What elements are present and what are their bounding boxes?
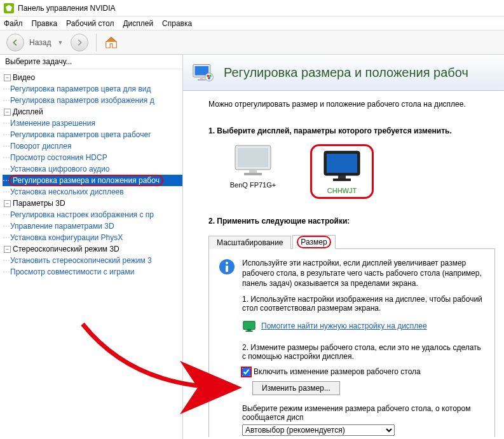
tabstrip: Масштабирование Размер xyxy=(208,234,495,249)
svg-rect-11 xyxy=(244,173,262,175)
menu-help[interactable]: Справка xyxy=(162,19,192,28)
svg-point-17 xyxy=(226,262,228,264)
substep2: 2. Измените размеры рабочего стола, если… xyxy=(242,343,486,361)
tree-item[interactable]: Установить стереоскопический режим 3 xyxy=(10,256,152,265)
display-option-selected[interactable]: CHHWJT xyxy=(310,144,374,199)
menu-file[interactable]: Файл xyxy=(4,19,23,28)
svg-rect-13 xyxy=(327,154,357,173)
svg-point-5 xyxy=(207,74,209,77)
intro-text: Можно отрегулировать размер и положение … xyxy=(208,100,495,109)
display-settings-icon xyxy=(242,319,256,333)
tree-item[interactable]: Просмотр совместимости с играми xyxy=(10,267,134,276)
tree-item[interactable]: Регулировка параметров цвета для вид xyxy=(10,84,151,93)
tree-group-stereo[interactable]: − Стереоскопический режим 3D xyxy=(3,243,182,255)
svg-rect-9 xyxy=(238,148,268,167)
tab-size[interactable]: Размер xyxy=(292,235,335,249)
help-link[interactable]: Помогите найти нужную настройку на диспл… xyxy=(261,321,427,330)
mode-label: Выберите режим изменения размера рабочег… xyxy=(242,404,486,422)
menu-edit[interactable]: Правка xyxy=(32,19,58,28)
collapse-icon[interactable]: − xyxy=(4,74,11,81)
home-icon[interactable] xyxy=(104,36,118,50)
display-option[interactable]: BenQ FP71G+ xyxy=(221,144,285,199)
menu-display[interactable]: Дисплей xyxy=(123,19,153,28)
display-picker: BenQ FP71G+ CHHWJT xyxy=(221,144,495,199)
checkbox-label: Включить изменение размеров рабочего сто… xyxy=(254,367,421,376)
content-header: Регулировка размера и положения рабоч xyxy=(183,55,504,91)
tree-item[interactable]: Регулировка настроек изображения с пр xyxy=(10,210,154,219)
header-display-icon xyxy=(192,61,215,84)
annotation-highlight: Размер xyxy=(297,236,330,248)
monitor-icon xyxy=(322,150,362,183)
step1-title: 1. Выберите дисплей, параметры которого … xyxy=(208,126,495,135)
tree-item[interactable]: Регулировка параметров изображения д xyxy=(10,96,154,105)
svg-rect-14 xyxy=(338,175,346,179)
tree-item[interactable]: Регулировка параметров цвета рабочег xyxy=(10,130,151,139)
tree-group-display[interactable]: − Дисплей xyxy=(3,106,182,118)
resize-button[interactable]: Изменить размер... xyxy=(252,381,340,395)
back-button[interactable] xyxy=(6,34,24,51)
svg-rect-10 xyxy=(249,170,257,173)
toolbar: Назад ▼ xyxy=(0,30,504,55)
svg-rect-18 xyxy=(226,266,228,272)
tree-item[interactable]: Установка цифрового аудио xyxy=(10,165,109,173)
page-title: Регулировка размера и положения рабоч xyxy=(224,65,468,80)
tab-panel-size: Используйте эти настройки, если дисплей … xyxy=(208,249,495,437)
titlebar: Панель управления NVIDIA xyxy=(0,0,504,17)
tree-group-3d[interactable]: − Параметры 3D xyxy=(3,198,182,209)
svg-rect-21 xyxy=(246,330,253,332)
info-icon xyxy=(218,258,236,276)
annotation-highlight: Регулировка размера и положения рабоч xyxy=(9,175,163,186)
svg-point-6 xyxy=(209,74,212,77)
task-tree: − Видео Регулировка параметров цвета для… xyxy=(0,69,182,439)
forward-button[interactable] xyxy=(71,34,88,51)
resize-mode-select[interactable]: Автовыбор (рекомендуется) xyxy=(242,424,395,436)
collapse-icon[interactable]: − xyxy=(4,246,11,253)
sidebar: Выберите задачу... − Видео Регулировка п… xyxy=(0,55,183,439)
tree-item[interactable]: Управление параметрами 3D xyxy=(10,222,114,231)
tree-item[interactable]: Просмотр состояния HDCP xyxy=(10,153,107,162)
svg-rect-15 xyxy=(333,179,351,181)
tree-item[interactable]: Установка конфигурации PhysX xyxy=(10,233,123,242)
enable-resize-checkbox[interactable] xyxy=(242,368,250,376)
display-label: CHHWJT xyxy=(327,187,357,194)
svg-point-7 xyxy=(208,77,210,79)
tree-group-video[interactable]: − Видео xyxy=(3,72,182,83)
tab-scaling[interactable]: Масштабирование xyxy=(208,236,291,249)
collapse-icon[interactable]: − xyxy=(4,109,11,116)
sidebar-header: Выберите задачу... xyxy=(0,55,182,69)
step2-title: 2. Применить следующие настройки: xyxy=(208,217,495,226)
tree-item-selected[interactable]: Регулировка размера и положения рабоч xyxy=(13,176,160,185)
toolbar-separator xyxy=(96,34,97,51)
content-pane: Регулировка размера и положения рабоч Мо… xyxy=(183,55,504,439)
svg-rect-3 xyxy=(198,79,206,81)
tree-item[interactable]: Поворот дисплея xyxy=(10,142,72,151)
back-dropdown-icon[interactable]: ▼ xyxy=(57,39,63,46)
nvidia-icon xyxy=(4,3,14,13)
substep1: 1. Используйте настройки изображения на … xyxy=(242,295,486,313)
svg-rect-19 xyxy=(243,321,255,330)
collapse-icon[interactable]: − xyxy=(4,200,11,207)
tree-item[interactable]: Установка нескольких дисплеев xyxy=(10,187,124,196)
menu-desktop[interactable]: Рабочий стол xyxy=(66,19,114,28)
back-label: Назад xyxy=(29,38,51,47)
svg-rect-20 xyxy=(247,330,251,331)
window-title: Панель управления NVIDIA xyxy=(18,4,116,13)
svg-rect-2 xyxy=(200,77,203,79)
display-label: BenQ FP71G+ xyxy=(230,181,276,189)
menubar: Файл Правка Рабочий стол Дисплей Справка xyxy=(0,17,504,30)
tree-item[interactable]: Изменение разрешения xyxy=(10,119,95,128)
info-text: Используйте эти настройки, если дисплей … xyxy=(242,258,486,288)
monitor-icon xyxy=(233,144,273,177)
